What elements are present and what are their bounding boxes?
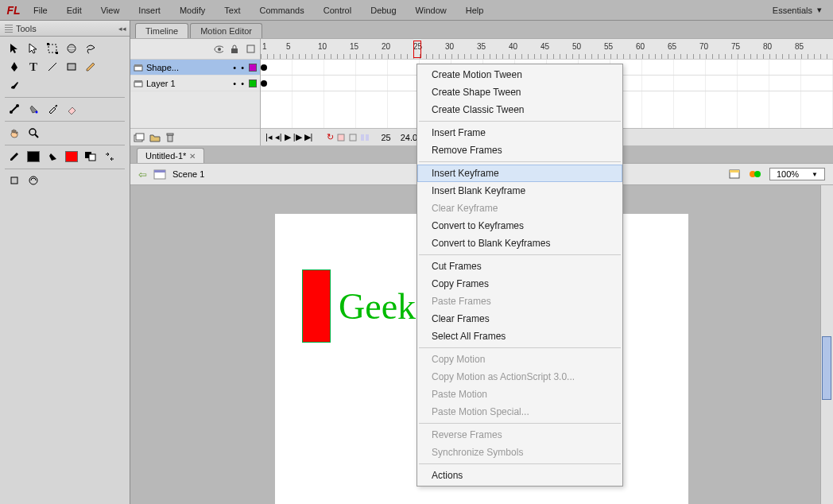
delete-layer-button[interactable]: [165, 133, 175, 142]
paint-bucket-tool[interactable]: [24, 100, 43, 118]
layer-lock-dot[interactable]: •: [241, 63, 244, 72]
stroke-color[interactable]: [5, 148, 24, 165]
text-tool[interactable]: T: [24, 58, 43, 76]
scrollbar-thumb[interactable]: [822, 336, 831, 400]
fill-swatch[interactable]: [62, 148, 81, 165]
fill-color[interactable]: [43, 148, 62, 165]
subselection-tool[interactable]: [24, 40, 43, 57]
svg-rect-26: [136, 134, 144, 140]
menu-text[interactable]: Text: [215, 3, 250, 17]
lock-icon[interactable]: [230, 45, 239, 54]
svg-rect-0: [48, 45, 56, 52]
play-button[interactable]: ▶: [285, 132, 291, 142]
edit-symbols-icon[interactable]: [749, 169, 761, 180]
ctx-clear-frames[interactable]: Clear Frames: [417, 310, 622, 328]
free-transform-tool[interactable]: [43, 40, 62, 57]
menu-control[interactable]: Control: [314, 3, 361, 17]
menu-insert[interactable]: Insert: [129, 3, 170, 17]
bone-tool[interactable]: [5, 100, 24, 118]
workspace-selector[interactable]: Essentials ▾: [765, 2, 830, 17]
selection-tool[interactable]: [5, 40, 24, 57]
edit-multiple-frames[interactable]: [360, 133, 370, 142]
ctx-insert-frame[interactable]: Insert Frame: [417, 124, 622, 142]
loop-button[interactable]: ↻: [327, 132, 334, 142]
menu-help[interactable]: Help: [456, 3, 494, 17]
ctx-create-shape-tween[interactable]: Create Shape Tween: [417, 83, 622, 101]
tools-panel-header[interactable]: Tools ◂◂: [0, 21, 130, 37]
vertical-scrollbar[interactable]: [820, 185, 833, 504]
ctx-insert-blank-keyframe[interactable]: Insert Blank Keyframe: [417, 182, 622, 200]
swap-colors[interactable]: [100, 148, 119, 165]
layer-lock-dot[interactable]: •: [241, 79, 244, 88]
lasso-tool[interactable]: [81, 40, 100, 57]
menu-debug[interactable]: Debug: [361, 3, 405, 17]
ctx-actions[interactable]: Actions: [417, 467, 622, 484]
brush-tool[interactable]: [5, 76, 24, 94]
svg-point-18: [218, 48, 221, 51]
back-arrow-icon[interactable]: ⇦: [138, 169, 147, 180]
tab-motion-editor[interactable]: Motion Editor: [190, 23, 262, 38]
pen-tool[interactable]: [5, 58, 24, 76]
menu-view[interactable]: View: [91, 3, 130, 17]
menu-edit[interactable]: Edit: [57, 3, 91, 17]
new-folder-button[interactable]: [149, 133, 161, 142]
scene-label[interactable]: Scene 1: [172, 169, 204, 179]
eye-icon[interactable]: [214, 45, 223, 54]
timeline-ruler[interactable]: 1510152025303540455055606570758085: [261, 39, 833, 60]
layer-color-swatch[interactable]: [249, 64, 257, 72]
step-back[interactable]: ◂|: [275, 132, 282, 142]
grip-icon: [5, 25, 13, 33]
menu-file[interactable]: File: [24, 3, 57, 17]
layer-shape[interactable]: Shape... • •: [130, 60, 260, 76]
menu-window[interactable]: Window: [406, 3, 456, 17]
layer-layer1[interactable]: Layer 1 • •: [130, 76, 260, 91]
stroke-swatch[interactable]: [24, 148, 43, 165]
playhead[interactable]: [413, 41, 421, 58]
snap-to-object[interactable]: [5, 172, 24, 189]
ctx-convert-to-keyframes[interactable]: Convert to Keyframes: [417, 217, 622, 235]
eraser-tool[interactable]: [62, 100, 81, 118]
zoom-tool[interactable]: [24, 124, 43, 142]
rectangle-tool[interactable]: [62, 58, 81, 76]
outline-icon[interactable]: [246, 45, 255, 54]
collapse-icon[interactable]: ◂◂: [118, 25, 126, 33]
tab-timeline[interactable]: Timeline: [135, 23, 188, 38]
ruler-tick: 65: [668, 42, 676, 51]
layer-visibility-dot[interactable]: •: [233, 79, 236, 88]
ctx-copy-frames[interactable]: Copy Frames: [417, 275, 622, 293]
ctx-insert-keyframe[interactable]: Insert Keyframe: [417, 165, 622, 182]
snap-option[interactable]: [24, 172, 43, 189]
pencil-tool[interactable]: [81, 58, 100, 76]
keyframe-icon[interactable]: [261, 80, 267, 87]
step-forward[interactable]: |▶: [293, 132, 302, 142]
ctx-select-all-frames[interactable]: Select All Frames: [417, 328, 622, 345]
layer-color-swatch[interactable]: [249, 79, 257, 87]
close-icon[interactable]: ✕: [189, 152, 196, 161]
ctx-create-motion-tween[interactable]: Create Motion Tween: [417, 66, 622, 83]
line-tool[interactable]: [43, 58, 62, 76]
onion-skin-outlines[interactable]: [348, 133, 358, 142]
layer-visibility-dot[interactable]: •: [233, 63, 236, 72]
ctx-cut-frames[interactable]: Cut Frames: [417, 258, 622, 275]
edit-scene-icon[interactable]: [728, 169, 741, 180]
onion-skin[interactable]: [336, 133, 346, 142]
3d-rotation-tool[interactable]: [62, 40, 81, 57]
goto-first-frame[interactable]: |◂: [265, 132, 273, 142]
svg-rect-31: [361, 134, 364, 141]
ctx-create-classic-tween[interactable]: Create Classic Tween: [417, 101, 622, 118]
ruler-tick: 75: [731, 42, 740, 51]
eyedropper-tool[interactable]: [43, 100, 62, 118]
zoom-dropdown[interactable]: 100% ▼: [769, 168, 825, 180]
keyframe-icon[interactable]: [261, 64, 267, 71]
red-rectangle-shape[interactable]: [302, 269, 331, 343]
menu-commands[interactable]: Commands: [250, 3, 313, 17]
hand-tool[interactable]: [5, 124, 24, 142]
ctx-convert-to-blank-keyframes[interactable]: Convert to Blank Keyframes: [417, 235, 622, 252]
ctx-remove-frames[interactable]: Remove Frames: [417, 142, 622, 159]
goto-last-frame[interactable]: ▶|: [304, 132, 313, 142]
menu-modify[interactable]: Modify: [170, 3, 215, 17]
black-white-swatch[interactable]: [81, 148, 100, 165]
document-tab[interactable]: Untitled-1* ✕: [137, 148, 204, 163]
new-layer-button[interactable]: [134, 133, 145, 142]
layer-header: [130, 39, 260, 60]
